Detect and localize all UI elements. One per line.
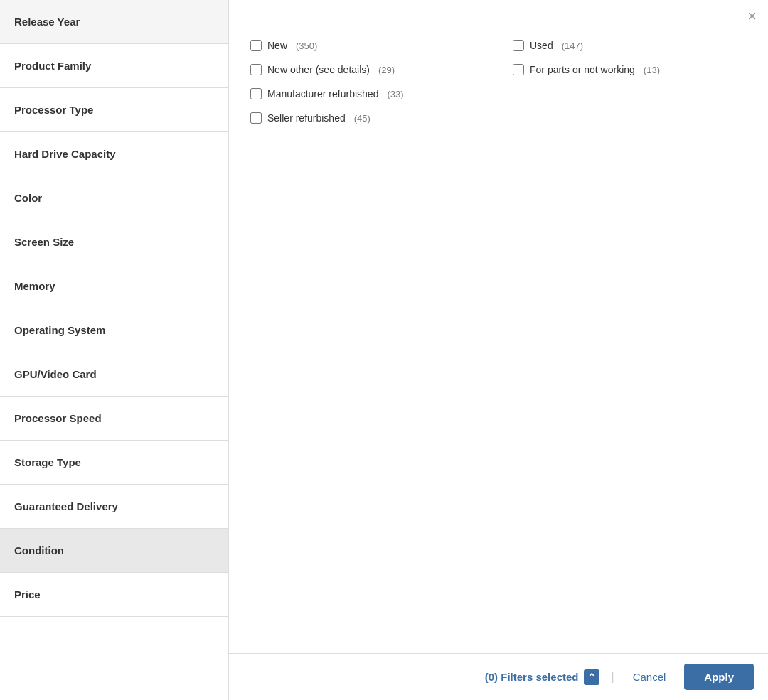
- main-container: Release YearProduct FamilyProcessor Type…: [0, 0, 768, 700]
- right-panel: × New(350)Used(147)New other (see detail…: [229, 0, 768, 700]
- empty-cell: [513, 88, 747, 99]
- sidebar-item-release-year[interactable]: Release Year: [0, 0, 228, 44]
- filter-option-seller-refurbished[interactable]: Seller refurbished(45): [250, 112, 484, 124]
- divider: |: [611, 671, 614, 684]
- sidebar-item-storage-type[interactable]: Storage Type: [0, 441, 228, 485]
- sidebar-item-memory[interactable]: Memory: [0, 264, 228, 308]
- panel-content: New(350)Used(147)New other (see details)…: [229, 33, 768, 653]
- sidebar-item-screen-size[interactable]: Screen Size: [0, 220, 228, 264]
- filters-selected-label: (0) Filters selected: [485, 671, 579, 683]
- sidebar-item-color[interactable]: Color: [0, 176, 228, 220]
- cancel-button[interactable]: Cancel: [626, 667, 673, 687]
- checkbox-new-other[interactable]: [250, 64, 262, 75]
- checkbox-manufacturer-refurbished[interactable]: [250, 88, 262, 99]
- sidebar-item-product-family[interactable]: Product Family: [0, 44, 228, 88]
- filters-selected[interactable]: (0) Filters selected: [485, 669, 600, 685]
- option-label-for-parts: For parts or not working: [530, 64, 635, 75]
- option-label-new: New: [267, 40, 287, 51]
- sidebar-item-operating-system[interactable]: Operating System: [0, 308, 228, 352]
- option-label-new-other: New other (see details): [267, 64, 370, 75]
- checkbox-new[interactable]: [250, 40, 262, 51]
- option-count-manufacturer-refurbished: (33): [387, 89, 403, 99]
- sidebar-item-hard-drive-capacity[interactable]: Hard Drive Capacity: [0, 132, 228, 176]
- filter-option-used[interactable]: Used(147): [513, 40, 747, 51]
- option-label-manufacturer-refurbished: Manufacturer refurbished: [267, 88, 378, 99]
- sidebar-item-processor-speed[interactable]: Processor Speed: [0, 397, 228, 441]
- checkbox-for-parts[interactable]: [513, 64, 524, 75]
- apply-button[interactable]: Apply: [684, 664, 754, 690]
- option-count-new-other: (29): [378, 65, 395, 75]
- checkbox-used[interactable]: [513, 40, 524, 51]
- sidebar-item-gpu-video-card[interactable]: GPU/Video Card: [0, 352, 228, 397]
- filter-option-new[interactable]: New(350): [250, 40, 484, 51]
- empty-cell: [513, 112, 747, 124]
- filter-option-for-parts[interactable]: For parts or not working(13): [513, 64, 747, 75]
- filter-option-manufacturer-refurbished[interactable]: Manufacturer refurbished(33): [250, 88, 484, 99]
- panel-header: ×: [229, 0, 768, 33]
- option-count-seller-refurbished: (45): [354, 113, 370, 124]
- sidebar: Release YearProduct FamilyProcessor Type…: [0, 0, 229, 700]
- sidebar-item-processor-type[interactable]: Processor Type: [0, 88, 228, 132]
- footer: (0) Filters selected | Cancel Apply: [229, 653, 768, 700]
- sidebar-item-guaranteed-delivery[interactable]: Guaranteed Delivery: [0, 485, 228, 529]
- checkbox-seller-refurbished[interactable]: [250, 112, 262, 124]
- option-count-for-parts: (13): [644, 65, 660, 75]
- filter-option-new-other[interactable]: New other (see details)(29): [250, 64, 484, 75]
- filter-options-grid: New(350)Used(147)New other (see details)…: [250, 40, 747, 124]
- option-label-seller-refurbished: Seller refurbished: [267, 112, 346, 124]
- option-count-new: (350): [296, 41, 317, 51]
- close-button[interactable]: ×: [747, 9, 757, 24]
- sidebar-item-condition[interactable]: Condition: [0, 529, 228, 573]
- chevron-up-icon[interactable]: [584, 669, 599, 685]
- option-count-used: (147): [562, 41, 583, 51]
- sidebar-item-price[interactable]: Price: [0, 573, 228, 617]
- option-label-used: Used: [530, 40, 553, 51]
